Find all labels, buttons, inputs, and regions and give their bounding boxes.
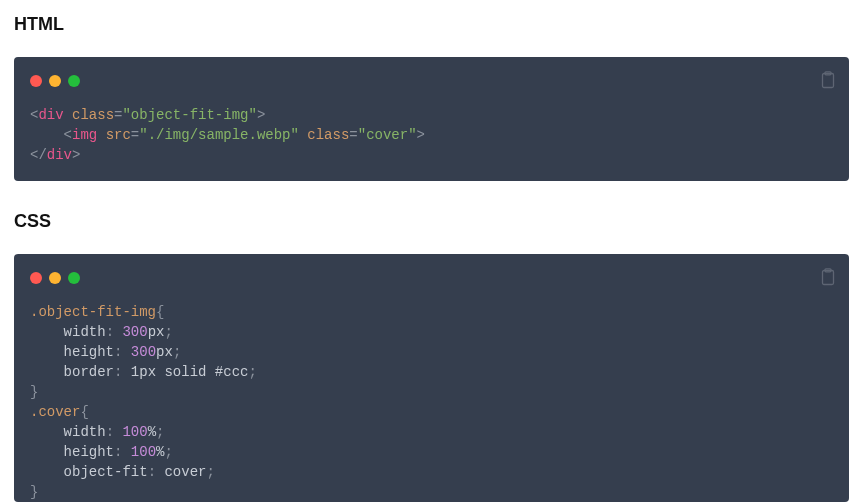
window-dot-green xyxy=(68,272,80,284)
traffic-lights xyxy=(30,75,833,87)
svg-rect-2 xyxy=(823,271,834,285)
code-block-css: .object-fit-img{ width: 300px; height: 3… xyxy=(14,254,849,502)
traffic-lights xyxy=(30,272,833,284)
window-dot-yellow xyxy=(49,75,61,87)
window-dot-red xyxy=(30,75,42,87)
clipboard-icon[interactable] xyxy=(819,71,835,89)
window-dot-red xyxy=(30,272,42,284)
code-block-html: <div class="object-fit-img"> <img src=".… xyxy=(14,57,849,181)
section-heading-css: CSS xyxy=(14,211,849,232)
section-heading-html: HTML xyxy=(14,14,849,35)
clipboard-icon[interactable] xyxy=(819,268,835,286)
svg-rect-0 xyxy=(823,74,834,88)
code-content-html: <div class="object-fit-img"> <img src=".… xyxy=(30,105,833,165)
window-dot-green xyxy=(68,75,80,87)
code-content-css: .object-fit-img{ width: 300px; height: 3… xyxy=(30,302,833,502)
window-dot-yellow xyxy=(49,272,61,284)
